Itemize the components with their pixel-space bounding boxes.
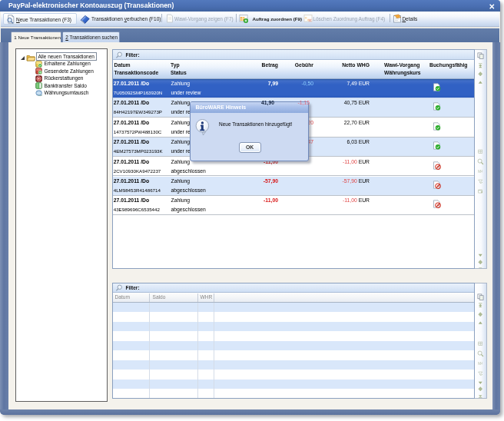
svg-text:M4: M4	[478, 362, 482, 366]
svg-text:M4: M4	[478, 170, 482, 174]
